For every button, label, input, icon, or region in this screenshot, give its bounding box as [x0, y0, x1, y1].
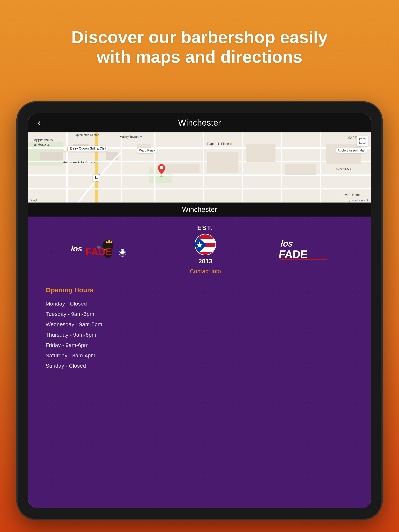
contact-info-link[interactable]: Contact info — [190, 268, 221, 275]
hours-title: Opening Hours — [45, 286, 354, 294]
map-footer: Winchester — [28, 203, 371, 216]
puerto-rico-flag — [195, 234, 216, 255]
map-background: 11 Apple Valleyal Hospital 🍦 Dairy Q — [28, 133, 371, 203]
keyboard-shortcuts: Keyboard shortcuts — [346, 199, 369, 202]
map-place-chickfila: Chick-fil-A ■ — [335, 167, 351, 171]
svg-text:FADE: FADE — [279, 248, 308, 260]
logo-center: EST. 2013 — [190, 224, 221, 275]
map-place-dairy-queen: 🍦 Dairy Queen Grill & Chill — [63, 146, 108, 152]
hours-item: Tuesday - 9am-6pm — [45, 309, 354, 319]
app-content: los FADE EST. — [28, 216, 371, 508]
svg-rect-44 — [280, 259, 327, 260]
map-place-ward-plaza: Ward Plaza — [137, 148, 157, 153]
map-footer-label: Winchester — [182, 205, 217, 214]
hours-item: Saturday - 8am-4pm — [45, 350, 354, 361]
hours-list: Monday - ClosedTuesday - 9am-6pmWednesda… — [45, 298, 354, 371]
back-button[interactable]: ‹ — [37, 117, 41, 128]
hours-section: Opening Hours Monday - ClosedTuesday - 9… — [28, 282, 371, 383]
map-place-autozone: AutoZone Auto Parts ▼ — [63, 161, 96, 164]
est-label: EST. — [197, 224, 213, 232]
map-attribution: Google — [30, 199, 38, 202]
map-place-lowes: Lowe's Home... — [342, 193, 363, 197]
map-place-apple-valley: Apple Valleyal Hospital — [34, 138, 53, 147]
hours-item: Friday - 9am-6pm — [45, 340, 354, 350]
map-place-optometric: Optometric Center — [75, 133, 99, 137]
hours-item: Monday - Closed — [45, 298, 354, 309]
map-place-papermill: Papermill Place ■ — [207, 142, 232, 146]
hours-item: Sunday - Closed — [45, 361, 354, 371]
tablet-screen: ‹ Winchester — [28, 113, 371, 508]
map-labels: Apple Valleyal Hospital 🍦 Dairy Queen Gr… — [28, 133, 371, 203]
svg-text:los: los — [71, 244, 82, 253]
tablet-frame: ‹ Winchester — [16, 101, 383, 520]
map-place-malloy: Malloy Toyota ▼ — [120, 135, 143, 139]
map-expand-button[interactable] — [357, 136, 368, 146]
headline-line1: Discover our barbershop easily — [71, 27, 328, 47]
svg-marker-29 — [106, 239, 112, 243]
hours-item: Wednesday - 9am-5pm — [45, 319, 354, 329]
headline: Discover our barbershop easily with maps… — [71, 27, 328, 67]
headline-line2: with maps and directions — [97, 47, 302, 66]
svg-text:FADE: FADE — [85, 246, 112, 257]
app-navbar: ‹ Winchester — [28, 113, 371, 133]
svg-text:los: los — [280, 239, 293, 248]
hours-item: Thursday - 9am-6pm — [45, 330, 354, 340]
map-container[interactable]: 11 Apple Valleyal Hospital 🍦 Dairy Q — [28, 133, 371, 203]
logo-banner: los FADE EST. — [28, 216, 371, 282]
logo-right: los FADE — [279, 236, 330, 263]
nav-title: Winchester — [178, 118, 221, 127]
map-place-apple-blossom: Apple Blossom Mall — [336, 148, 367, 153]
year-label: 2013 — [198, 258, 212, 265]
logo-left: los FADE — [69, 236, 131, 263]
